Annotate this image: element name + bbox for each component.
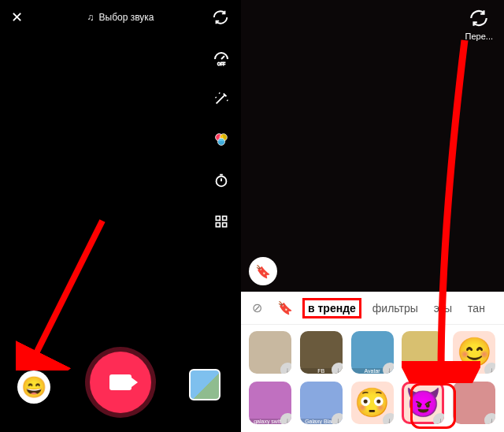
sound-select[interactable]: ♫ Выбор звука <box>30 12 211 23</box>
tab-bookmark[interactable]: 🔖 <box>274 300 296 315</box>
wand-icon <box>213 90 230 107</box>
effect-fb[interactable]: FB↓ <box>300 331 343 374</box>
timer-icon <box>213 172 230 189</box>
svg-text:OFF: OFF <box>217 61 225 66</box>
speedometer-icon: OFF <box>212 48 231 67</box>
effect-avatar[interactable]: Avatar↓ <box>351 331 394 374</box>
svg-rect-8 <box>223 223 227 227</box>
effects-button[interactable]: 😄 <box>17 371 50 404</box>
filters-icon <box>213 131 230 148</box>
smiley-icon: 😄 <box>21 375 46 400</box>
download-icon: ↓ <box>433 363 444 374</box>
download-icon: ↓ <box>332 413 343 424</box>
effect-glow[interactable]: ↓ <box>402 331 444 374</box>
effect-blush-face[interactable]: 😊↓ <box>453 331 495 374</box>
svg-rect-5 <box>216 216 220 220</box>
annotation-arrow-left <box>16 213 110 371</box>
speed-button[interactable]: OFF <box>209 46 233 69</box>
effect-queen[interactable]: ↓ <box>249 331 291 374</box>
music-note-icon: ♫ <box>87 12 94 23</box>
sound-select-label: Выбор звука <box>99 12 154 23</box>
annotation-box-effect <box>410 383 456 429</box>
flip-label: Пере... <box>465 32 493 41</box>
effect-galaxy-switch[interactable]: galaxy switch↓ <box>249 382 291 424</box>
svg-rect-7 <box>216 223 220 227</box>
download-icon: ↓ <box>484 413 495 424</box>
tab-none[interactable]: ⊘ <box>246 300 268 315</box>
svg-rect-6 <box>223 216 227 220</box>
download-icon: ↓ <box>383 363 394 374</box>
download-icon: ↓ <box>484 363 495 374</box>
download-icon: ↓ <box>332 363 343 374</box>
grid-icon <box>213 214 229 229</box>
download-icon: ↓ <box>383 413 394 424</box>
effect-galaxy-blank[interactable]: Galaxy Blank↓ <box>300 382 343 424</box>
saved-effects-button[interactable]: 🔖 <box>249 257 277 285</box>
tab-filters[interactable]: фильтры <box>368 299 423 318</box>
flip-icon <box>469 8 489 28</box>
record-button[interactable] <box>90 352 151 413</box>
more-button[interactable] <box>209 210 233 233</box>
svg-point-3 <box>217 138 224 145</box>
filters-button[interactable] <box>209 128 233 151</box>
download-icon: ↓ <box>280 363 291 374</box>
flip-camera-button[interactable] <box>211 9 230 26</box>
upload-button[interactable] <box>189 369 220 400</box>
flip-camera-button-2[interactable] <box>469 8 489 30</box>
close-button[interactable]: ✕ <box>11 9 30 26</box>
flip-icon <box>212 9 229 26</box>
effect-lipstick[interactable]: ↓ <box>453 382 495 424</box>
timer-button[interactable] <box>209 169 233 192</box>
effects-panel: ⊘ 🔖 в тренде фильтры эты тан ↓FB↓Avatar↓… <box>241 292 504 432</box>
beauty-button[interactable] <box>209 87 233 110</box>
tab-partial-2[interactable]: тан <box>463 299 490 318</box>
bookmark-icon: 🔖 <box>255 264 271 279</box>
download-icon: ↓ <box>280 413 291 424</box>
effect-flushed[interactable]: 😳↓ <box>351 382 394 424</box>
tab-partial-1[interactable]: эты <box>429 299 457 318</box>
camera-icon <box>109 374 132 390</box>
tab-trending[interactable]: в тренде <box>302 298 361 318</box>
